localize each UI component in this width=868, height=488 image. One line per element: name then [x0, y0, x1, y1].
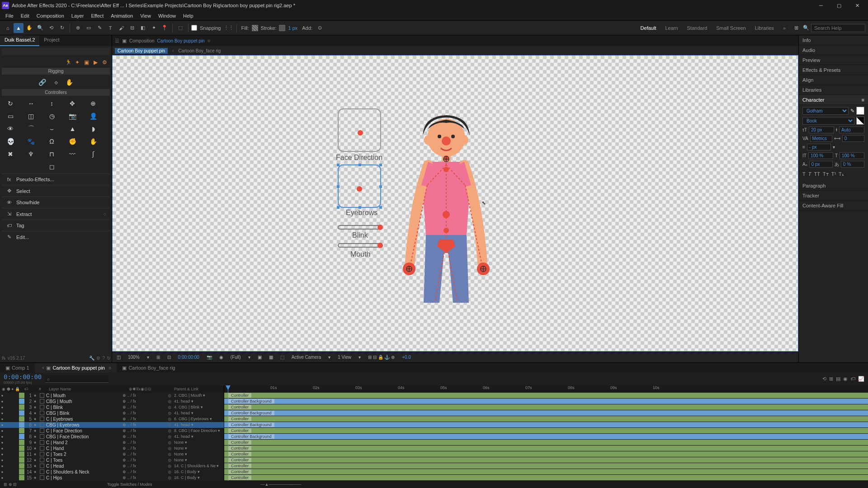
grid-icon[interactable]: ⊡ — [165, 355, 173, 360]
snapshot-icon[interactable]: 📷 — [205, 355, 214, 360]
smallcaps-button[interactable]: Tᴛ — [823, 171, 829, 177]
fill-color-swatch[interactable] — [856, 107, 864, 115]
visibility-icon[interactable]: ● — [0, 476, 5, 480]
ctrl-ypos-icon[interactable]: ↕ — [47, 99, 57, 108]
rotate-tool[interactable]: ↻ — [57, 23, 67, 33]
layer-row[interactable]: ● 6 ★ CBG | Eyebrows ⊕ .. / fx ⊚ 41. hea… — [0, 422, 224, 428]
pickwhip-icon[interactable]: ⊚ — [168, 417, 174, 422]
visibility-icon[interactable]: ● — [0, 441, 5, 445]
visibility-icon[interactable]: ● — [0, 399, 5, 404]
duik-gear-icon[interactable]: ⚙ — [101, 59, 108, 66]
visibility-icon[interactable]: ● — [0, 464, 5, 468]
parent-link[interactable]: 6. CBG | Eyebrows ▾ — [174, 417, 224, 421]
footer-timecode[interactable]: 0:00:00:00 — [176, 355, 201, 360]
gear-icon[interactable]: ⚙ — [96, 356, 100, 361]
edit-button[interactable]: ✎Edit... — [2, 231, 110, 243]
layer-row[interactable]: ● 2 ★ CBG | Mouth ⊕ .. / fx ⊚ 41. head ▾ — [0, 399, 224, 404]
panel-tracker[interactable]: Tracker — [799, 191, 868, 201]
label-color[interactable] — [19, 434, 24, 439]
maximize-button[interactable]: ▢ — [830, 0, 848, 11]
panel-paragraph[interactable]: Paragraph — [799, 181, 868, 191]
label-color[interactable] — [19, 469, 24, 474]
layer-row[interactable]: ● 11 ★ C | Toes 2 ⊕ .. / fx ⊚ None ▾ — [0, 451, 224, 457]
stroke-width[interactable]: 1 px — [286, 25, 299, 31]
panel-contentaware[interactable]: Content-Aware Fill — [799, 201, 868, 211]
marker-tag[interactable]: Controller Background — [228, 410, 275, 416]
workspace-standard[interactable]: Standard — [684, 24, 711, 32]
layer-bar[interactable]: Controller — [224, 475, 868, 480]
ctrl-skull-icon[interactable]: 💀 — [5, 136, 15, 146]
pseudo-effects-button[interactable]: fxPseudo-Effects... — [2, 174, 110, 185]
ctrl-body-icon[interactable]: ✖ — [5, 149, 15, 159]
mask-mode-icon[interactable]: ◫ — [115, 355, 123, 360]
view-opts-icon[interactable]: ⊞ ⊟ 🔒 ⚓ ⊕ — [366, 355, 396, 360]
ctrl-mouth-icon[interactable]: ⌣ — [47, 124, 57, 134]
label-color[interactable] — [19, 475, 24, 480]
pickwhip-icon[interactable]: ⊚ — [168, 405, 174, 410]
tracking[interactable]: 0 — [842, 135, 864, 142]
select-button[interactable]: ✥Select — [2, 185, 110, 197]
transparency-icon[interactable]: ▦ — [267, 355, 275, 360]
marker-tag[interactable]: Controller — [228, 457, 252, 463]
layer-bar[interactable]: Controller Background — [224, 422, 868, 427]
parent-link[interactable]: None ▾ — [174, 440, 224, 445]
label-color[interactable] — [19, 404, 24, 410]
pickwhip-icon[interactable]: ⊚ — [168, 446, 174, 451]
panel-audio[interactable]: Audio — [799, 45, 868, 55]
panel-menu-icon[interactable]: ☰ — [115, 38, 119, 44]
layer-row[interactable]: ● 9 ★ C | Hand 2 ⊕ .. / fx ⊚ None ▾ — [0, 440, 224, 446]
layer-row[interactable]: ● 10 ★ C | Hand ⊕ .. / fx ⊚ None ▾ — [0, 446, 224, 451]
label-color[interactable] — [19, 393, 24, 398]
layer-bar[interactable]: Controller — [224, 428, 868, 433]
ctrl-hoof-icon[interactable]: Ω — [47, 136, 57, 146]
pickwhip-icon[interactable]: ⊚ — [168, 393, 174, 398]
menu-help[interactable]: Help — [179, 11, 197, 20]
font-style-select[interactable]: Book — [802, 117, 854, 125]
roi-icon[interactable]: ▣ — [256, 355, 264, 360]
pickwhip-icon[interactable]: ⊚ — [168, 464, 174, 469]
menu-animation[interactable]: Animation — [107, 11, 137, 20]
minimize-button[interactable]: ─ — [812, 0, 830, 11]
track-row[interactable]: Controller — [224, 451, 868, 457]
tsume[interactable]: 0 % — [841, 161, 864, 168]
layer-switches[interactable]: ⊕ .. / fx — [123, 428, 168, 433]
panel-effects[interactable]: Effects & Presets — [799, 65, 868, 75]
track-row[interactable]: Controller — [224, 457, 868, 463]
add-button[interactable]: ⊙ — [315, 23, 325, 33]
hand-tool[interactable]: ✋ — [24, 23, 34, 33]
panel-info[interactable]: Info — [799, 35, 868, 45]
layer-bar[interactable]: Controller Background — [224, 434, 868, 439]
tl-tool-3[interactable]: ▤ — [836, 376, 840, 382]
pickwhip-icon[interactable]: ⊚ — [168, 458, 174, 463]
tab-duik[interactable]: Duik Bassel.2 — [0, 35, 39, 46]
parent-link[interactable]: 41. head ▾ — [174, 434, 224, 439]
shy-icon[interactable]: ★ — [33, 394, 39, 398]
track-row[interactable]: Controller — [224, 463, 868, 469]
text-tool[interactable]: T — [105, 23, 115, 33]
layer-switches[interactable]: ⊕ .. / fx — [123, 434, 168, 439]
pickwhip-icon[interactable]: ⊚ — [168, 399, 174, 404]
layer-switches[interactable]: ⊕ .. / fx — [123, 393, 168, 398]
layer-row[interactable]: ● 15 ★ C | Hips ⊕ .. / fx ⊚ 16. C | Body… — [0, 475, 224, 481]
blink-control[interactable] — [338, 225, 381, 230]
layer-bar[interactable]: Controller Background — [224, 410, 868, 416]
menu-effect[interactable]: Effect — [87, 11, 107, 20]
track-row[interactable]: Controller — [224, 404, 868, 410]
shy-icon[interactable]: ★ — [33, 464, 39, 468]
puppet-tool[interactable]: 📍 — [160, 23, 170, 33]
wrench-icon[interactable]: 🔧 — [89, 356, 94, 361]
parent-link[interactable]: 16. C | Body ▾ — [174, 469, 224, 474]
ctrl-xpos-icon[interactable]: ↔ — [26, 99, 36, 108]
label-color[interactable] — [19, 428, 24, 433]
track-row[interactable]: Controller Background — [224, 399, 868, 404]
subscript-button[interactable]: T₁ — [839, 171, 844, 177]
font-family-select[interactable]: Gotham — [802, 107, 849, 115]
zoom-tool[interactable]: 🔍 — [35, 23, 45, 33]
timeline-search[interactable] — [45, 375, 108, 383]
reset-workspace-icon[interactable]: ⊞ — [791, 23, 801, 33]
shy-icon[interactable]: ★ — [33, 405, 39, 409]
allcaps-button[interactable]: TT — [814, 171, 820, 177]
roto-tool[interactable]: ✦ — [149, 23, 159, 33]
tl-tab-comp1[interactable]: ▣Comp 1 — [0, 363, 35, 373]
mouth-control[interactable] — [338, 243, 381, 248]
